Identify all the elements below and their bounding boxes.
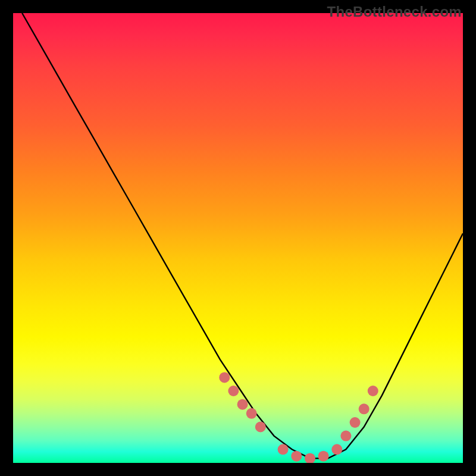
marker-dot [291, 451, 302, 462]
marker-dot [318, 451, 329, 462]
marker-dot [278, 444, 289, 455]
watermark-text: TheBottleneck.com [327, 4, 462, 20]
marker-dot [237, 399, 248, 410]
marker-dot [331, 444, 342, 455]
marker-dot [350, 417, 361, 428]
curve-line [22, 13, 463, 458]
marker-dot [219, 372, 230, 383]
curve-marker-dots [219, 372, 378, 463]
marker-dot [359, 403, 369, 414]
marker-dot [340, 431, 351, 441]
marker-dot [255, 422, 266, 433]
marker-dot [305, 453, 315, 463]
marker-dot [246, 408, 257, 419]
marker-dot [368, 386, 378, 396]
bottleneck-curve-svg [13, 13, 463, 463]
marker-dot [228, 386, 239, 396]
